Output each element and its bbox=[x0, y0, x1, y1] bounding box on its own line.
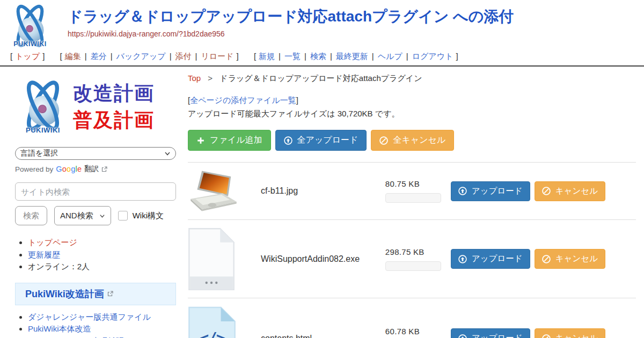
sidebar: PUKIWIKI 改造計画 普及計画 言語を選択 Powered by Goog… bbox=[0, 67, 185, 338]
separator: | bbox=[372, 52, 374, 61]
chevron-down-icon bbox=[99, 213, 105, 219]
search-mode-value: AND検索 bbox=[60, 211, 93, 221]
cancel-button[interactable]: キャンセル bbox=[535, 181, 605, 201]
nav-link-diff[interactable]: 差分 bbox=[91, 52, 107, 61]
nav-link-list[interactable]: 一覧 bbox=[284, 52, 301, 61]
laptop-photo-thumbnail bbox=[188, 168, 239, 214]
site-search-input[interactable] bbox=[15, 182, 176, 201]
page-title: ドラッグ＆ドロップアップロード対応attachプラグイン への添付 bbox=[68, 8, 644, 26]
upload-circle-icon bbox=[458, 255, 467, 263]
separator: | bbox=[111, 52, 113, 61]
plus-icon bbox=[196, 136, 205, 145]
nav-link-edit[interactable]: 編集 bbox=[65, 52, 81, 61]
html-code-file-icon: </> bbox=[188, 305, 239, 338]
sidebar-link-history[interactable]: 更新履歴 bbox=[28, 250, 60, 259]
file-size: 80.75 KB bbox=[385, 179, 441, 188]
online-count: オンライン：2人 bbox=[28, 262, 90, 271]
upload-button[interactable]: アップロード bbox=[451, 181, 530, 201]
logo-wordmark: PUKIWIKI bbox=[6, 40, 54, 48]
upload-toolbar: ファイル追加 全アップロード 全キャンセル bbox=[188, 130, 636, 151]
page-url-link[interactable]: https://pukiwiki.dajya-ranger.com/?1bd2d… bbox=[68, 30, 225, 38]
separator: | bbox=[304, 52, 306, 61]
nav-link-backup[interactable]: バックアップ bbox=[116, 52, 166, 61]
language-select[interactable]: 言語を選択 bbox=[15, 147, 176, 160]
nav-link-top[interactable]: トップ bbox=[15, 52, 40, 61]
ban-icon bbox=[542, 334, 551, 338]
sidebar-link-common-files[interactable]: ダジャレンジャー版共通ファイル bbox=[28, 312, 151, 321]
upload-all-button[interactable]: 全アップロード bbox=[275, 130, 367, 151]
external-link-icon bbox=[101, 166, 107, 172]
attach-list-line: [全ページの添付ファイル一覧] bbox=[188, 95, 636, 106]
file-row: </> contents.html 60.78 KB アップロード キャンセル bbox=[188, 298, 636, 338]
file-name: contents.html bbox=[261, 334, 385, 338]
breadcrumb: Top > ドラッグ＆ドロップアップロード対応attachプラグイン bbox=[188, 74, 636, 84]
upload-circle-icon bbox=[458, 187, 467, 195]
translate-link[interactable]: 翻訳 bbox=[84, 164, 99, 174]
list-item: 更新履歴 bbox=[28, 249, 185, 260]
progress-bar bbox=[385, 261, 441, 271]
bracket: ] bbox=[237, 52, 239, 61]
add-files-button[interactable]: ファイル追加 bbox=[188, 130, 271, 151]
ban-icon bbox=[542, 187, 551, 195]
nav-link-attach[interactable]: 添付 bbox=[175, 52, 192, 61]
google-logo: Google bbox=[56, 165, 82, 173]
nav-link-recent[interactable]: 最終更新 bbox=[336, 52, 368, 61]
nav-link-search[interactable]: 検索 bbox=[310, 52, 326, 61]
list-item: PukiWikiテキスト表現拡張 bbox=[28, 336, 185, 338]
sidebar-link-text-ext[interactable]: PukiWikiテキスト表現拡張 bbox=[28, 336, 124, 338]
bracket: ] bbox=[456, 52, 458, 61]
bracket: ] bbox=[296, 95, 298, 105]
breadcrumb-top-link[interactable]: Top bbox=[188, 74, 201, 83]
sidebar-section-link[interactable]: PukiWiki改造計画 bbox=[25, 288, 104, 300]
file-row: cf-b11.jpg 80.75 KB アップロード キャンセル bbox=[188, 162, 636, 219]
file-row: WikiSupportAddin082.exe 298.75 KB アップロード… bbox=[188, 219, 636, 298]
sidebar-site-logo[interactable]: PUKIWIKI 改造計画 普及計画 bbox=[15, 75, 185, 138]
separator: | bbox=[330, 52, 332, 61]
file-size: 60.78 KB bbox=[385, 327, 441, 336]
file-name: WikiSupportAddin082.exe bbox=[261, 254, 385, 264]
sidebar-section-header: PukiWiki改造計画 bbox=[15, 283, 176, 305]
chevron-down-icon bbox=[164, 150, 171, 157]
powered-by-label: Powered by bbox=[15, 165, 53, 173]
breadcrumb-current-page: ドラッグ＆ドロップアップロード対応attachプラグイン bbox=[219, 74, 422, 83]
page-header: PUKIWIKI ドラッグ＆ドロップアップロード対応attachプラグイン への… bbox=[0, 0, 644, 49]
breadcrumb-separator: > bbox=[208, 74, 213, 83]
cancel-all-button[interactable]: 全キャンセル bbox=[371, 130, 454, 151]
wiki-syntax-checkbox[interactable] bbox=[118, 211, 128, 221]
ban-icon bbox=[542, 255, 551, 263]
upload-button[interactable]: アップロード bbox=[451, 249, 530, 269]
google-translate-attribution: Powered by Google 翻訳 bbox=[15, 164, 185, 174]
nav-link-help[interactable]: ヘルプ bbox=[378, 52, 402, 61]
pukiwiki-atom-logo-icon[interactable]: PUKIWIKI bbox=[6, 3, 54, 50]
cancel-button[interactable]: キャンセル bbox=[535, 249, 605, 269]
logo-text-kaizo: 改造計画 bbox=[73, 80, 155, 107]
ban-icon bbox=[379, 136, 388, 145]
search-button[interactable]: 検索 bbox=[15, 206, 47, 225]
cancel-button[interactable]: キャンセル bbox=[535, 328, 605, 338]
max-file-size-text: アップロード可能最大ファイルサイズは 30,720KB です。 bbox=[188, 109, 636, 119]
list-item: オンライン：2人 bbox=[28, 261, 185, 272]
logo-wordmark: PUKIWIKI bbox=[15, 126, 71, 134]
pending-file-list: cf-b11.jpg 80.75 KB アップロード キャンセル bbox=[188, 162, 636, 338]
separator: | bbox=[170, 52, 172, 61]
progress-bar bbox=[385, 193, 441, 203]
nav-link-reload[interactable]: リロード bbox=[201, 52, 233, 61]
separator: | bbox=[279, 52, 281, 61]
upload-circle-icon bbox=[458, 334, 467, 338]
separator: | bbox=[406, 52, 408, 61]
nav-link-logout[interactable]: ログアウト bbox=[412, 52, 453, 61]
list-item: ダジャレンジャー版共通ファイル bbox=[28, 312, 185, 322]
upload-button[interactable]: アップロード bbox=[451, 328, 530, 338]
sidebar-link-core-mod[interactable]: PukiWiki本体改造 bbox=[28, 324, 91, 333]
sidebar-link-toppage[interactable]: トップページ bbox=[28, 238, 77, 247]
generic-file-icon bbox=[188, 226, 239, 292]
bracket: [ bbox=[60, 52, 62, 61]
main-content: Top > ドラッグ＆ドロップアップロード対応attachプラグイン [全ページ… bbox=[185, 67, 644, 338]
top-navigation: [トップ] [編集|差分|バックアップ|添付|リロード] [新規|一覧|検索|最… bbox=[8, 52, 644, 62]
code-glyph: </> bbox=[188, 329, 236, 338]
nav-link-new[interactable]: 新規 bbox=[259, 52, 275, 61]
all-attachments-link[interactable]: 全ページの添付ファイル一覧 bbox=[190, 95, 296, 105]
separator: | bbox=[195, 52, 197, 61]
search-mode-select[interactable]: AND検索 bbox=[54, 206, 111, 225]
file-size: 298.75 KB bbox=[385, 247, 441, 256]
